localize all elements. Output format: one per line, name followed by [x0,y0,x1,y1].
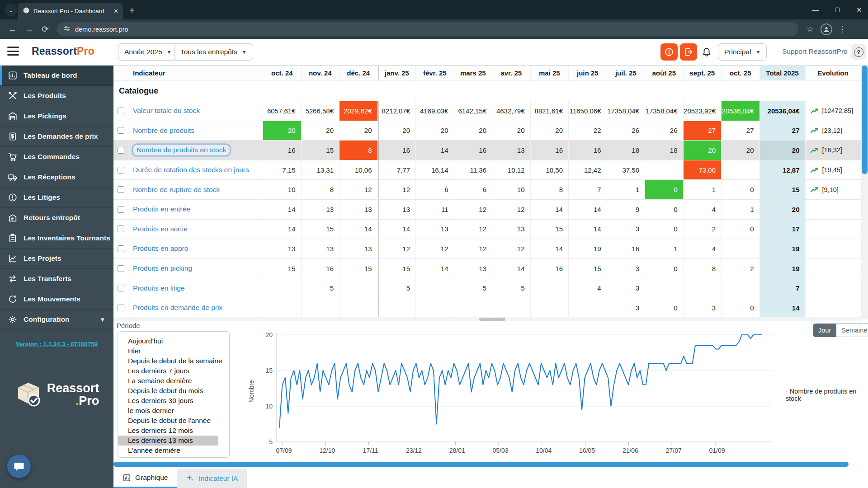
table-row: Nombre de produits en stock1615816141613… [113,141,861,160]
table-cell: 16 [302,259,340,278]
indicator-link[interactable]: Nombre de produits en stock [128,141,263,160]
period-option[interactable]: Les derniers 30 jours [118,396,218,406]
profile-dropdown[interactable]: Principal▼ [718,43,767,61]
period-option[interactable]: La semaine dernière [118,376,218,386]
row-checkbox[interactable] [118,108,124,114]
tab-close-icon[interactable]: ✕ [113,8,118,14]
alert-button[interactable] [660,43,678,61]
row-checkbox[interactable] [118,127,124,134]
row-checkbox[interactable] [118,167,124,174]
help-button[interactable]: ? [851,44,866,60]
version-link[interactable]: Version : 1.1.34.3 - 07100759 [0,341,113,347]
indicator-link[interactable]: Produits en appro [128,239,263,258]
sidebar-item-tableau-de-bord[interactable]: Tableau de bord [0,66,113,86]
sidebar-item-retours-entrep-t[interactable]: Retours entrepôt [0,208,113,228]
new-tab-button[interactable]: + [129,6,135,15]
sidebar-item-configuration[interactable]: Configuration▼ [0,310,113,330]
period-option[interactable]: Les derniers 7 jours [118,366,218,376]
sidebar-item-les-mouvements[interactable]: Les Mouvements [0,289,113,310]
site-info-icon[interactable] [63,25,71,34]
indicator-link[interactable]: Nombre de produits [128,121,263,141]
indicator-link[interactable]: Durée de rotation des stocks en jours [128,160,263,180]
period-option[interactable]: Les derniers 12 mois [118,426,218,436]
browser-menu-icon[interactable]: ⋮ [839,24,846,34]
alert-circle-icon [664,47,674,57]
window-close-icon[interactable]: ✕ [856,6,862,14]
row-checkbox[interactable] [118,206,124,213]
year-filter-dropdown[interactable]: Année 2025▼ [118,43,178,61]
back-icon[interactable]: ← [8,24,17,34]
indicator-link[interactable]: Produits en picking [128,259,263,278]
warehouse-filter-dropdown[interactable]: Tous les entrepôts▼ [174,43,253,61]
sidebar-item-les-transferts[interactable]: Les Transferts [0,269,113,289]
sidebar-item-les-commandes[interactable]: Les Commandes [0,147,113,167]
period-option[interactable]: Les derniers 13 mois [118,436,218,446]
table-cell: 4632,79€ [492,101,531,121]
sidebar-item-les-produits[interactable]: Les Produits [0,86,113,106]
forward-icon[interactable]: → [25,24,33,34]
period-option[interactable]: Depuis le debut du mois [118,386,218,396]
table-vertical-scrollbar-thumb[interactable] [862,66,868,174]
table-cell: 15 [531,220,569,239]
sidebar-item-les-inventaires-tournants[interactable]: Les Inventaires Tournants [0,228,113,249]
table-cell: 6057,61€ [263,101,302,121]
notifications-bell-icon[interactable] [701,46,712,59]
table-section-title: Catalogue [113,80,861,101]
indicator-link[interactable]: Produits en demande de prix [128,298,263,318]
tab-search-chevron-icon[interactable]: ⌄ [5,4,17,16]
row-checkbox[interactable] [118,147,124,154]
table-row: Nombre de rupture de stock10812126610871… [113,180,861,200]
sidebar-item-les-demandes-de-prix[interactable]: Les Demandes de prix [0,127,113,147]
table-cell [340,298,378,318]
indicator-link[interactable]: Produits en entrée [128,200,263,219]
indicator-link[interactable]: Produits en sortie [128,220,263,239]
brand-logo[interactable]: ReassortPro [32,45,94,57]
bookmark-star-icon[interactable]: ☆ [807,24,813,34]
table-cell: 8 [340,141,378,160]
sidebar-item-les-r-ceptions[interactable]: Les Réceptions [0,167,113,188]
row-checkbox[interactable] [118,305,124,311]
row-checkbox[interactable] [118,245,124,252]
row-checkbox[interactable] [118,186,124,193]
favicon-box-icon [23,7,30,16]
logout-export-button[interactable] [680,43,697,61]
indicator-link[interactable]: Valeur totale du stock [128,101,263,121]
period-option[interactable]: Depuis le debut de l'année [118,416,218,426]
row-checkbox[interactable] [118,225,124,232]
table-cell: 0 [722,220,760,239]
bottom-horizontal-scrollbar[interactable] [113,462,849,467]
window-minimize-icon[interactable]: — [812,6,819,14]
sidebar-item-les-litiges[interactable]: Les Litiges [0,188,113,208]
chat-widget-button[interactable] [7,455,31,478]
window-maximize-icon[interactable]: ▢ [835,6,840,13]
support-menu[interactable]: Support ReassortPro▼ [782,47,856,56]
period-option[interactable]: Aujourd'hui [118,336,218,346]
svg-text:10/04: 10/04 [536,447,552,454]
period-option[interactable]: Depuis le debut de la semaine [118,356,218,366]
table-cell: 16 [378,141,416,160]
granularity-jour-button[interactable]: Jour [813,324,836,337]
browser-tab[interactable]: Reassort Pro - Dashboard ✕ [18,3,123,19]
period-option[interactable]: le mois dernier [118,406,218,416]
sidebar-item-les-pickings[interactable]: Les Pickings [0,106,113,127]
row-checkbox[interactable] [118,265,124,272]
reload-icon[interactable]: ⟳ [42,24,49,34]
stock-line-chart[interactable]: 2015105Nombre07/0912/1017/1123/1228/0105… [246,328,780,460]
table-cell: 1 [607,180,646,199]
url-bar[interactable]: demo.reassort.pro [57,22,798,36]
table-cell: 12 [454,200,493,219]
tab-indicateur-ia[interactable]: Indicateur IA [177,469,247,488]
period-option[interactable]: L'année dernière [118,446,218,455]
hamburger-menu-icon[interactable] [7,47,19,56]
indicator-link[interactable]: Nombre de rupture de stock [128,180,263,199]
period-option[interactable]: Hier [118,346,218,356]
column-header: août 25 [645,66,684,80]
sidebar-item-les-projets[interactable]: Les Projets [0,249,113,269]
profile-avatar-icon[interactable] [821,23,832,35]
granularity-semaine-button[interactable]: Semaine [836,324,868,337]
table-cell: 13 [378,200,416,219]
table-horizontal-scrollbar-thumb[interactable] [479,318,505,321]
indicator-link[interactable]: Produits en litige [128,278,263,298]
row-checkbox[interactable] [118,285,124,291]
tab-graphique[interactable]: Graphique [113,469,177,488]
